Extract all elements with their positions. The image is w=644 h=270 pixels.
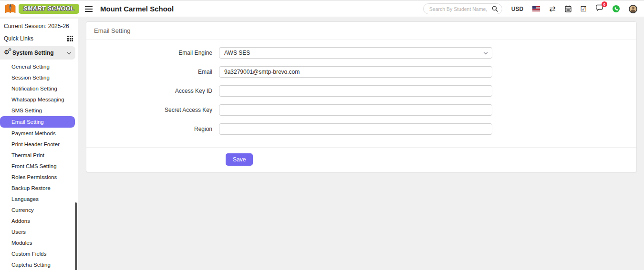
book-logo-icon [4, 3, 17, 15]
sidebar-item-print-header-footer[interactable]: Print Header Footer [0, 139, 78, 150]
sidebar-item-custom-fields[interactable]: Custom Fields [0, 249, 78, 259]
language-flag-icon[interactable] [532, 6, 540, 11]
save-button[interactable]: Save [226, 153, 253, 166]
sidebar: Current Session: 2025-26 Quick Links ⚙⚙ … [0, 19, 78, 270]
task-check-icon[interactable]: ☑ [581, 5, 587, 12]
current-session-label: Current Session: 2025-26 [0, 19, 78, 32]
sidebar-item-thermal-print[interactable]: Thermal Print [0, 150, 78, 160]
swap-arrows-icon[interactable]: ⇄ [549, 5, 555, 13]
student-search[interactable] [423, 3, 502, 14]
email-label: Email [94, 69, 219, 75]
sidebar-item-front-cms-setting[interactable]: Front CMS Setting [0, 161, 78, 171]
menu-title: System Setting [12, 50, 68, 56]
sidebar-item-session-setting[interactable]: Session Setting [0, 72, 78, 83]
grid-icon [67, 36, 73, 41]
brand-name: SMART SCHOOL [19, 4, 79, 14]
user-avatar[interactable] [629, 5, 637, 13]
sidebar-item-roles-permissions[interactable]: Roles Permissions [0, 172, 78, 182]
sidebar-item-users[interactable]: Users [0, 227, 78, 237]
email-setting-form: Email Engine AWS SES Email Access Key ID… [86, 40, 636, 147]
card-footer: Save [86, 147, 636, 172]
card-title: Email Setting [86, 22, 636, 40]
sidebar-scrollbar[interactable] [75, 202, 77, 270]
email-field[interactable] [219, 66, 492, 78]
secret-access-key-field[interactable] [219, 104, 492, 116]
currency-label[interactable]: USD [511, 6, 523, 12]
school-name-title: Mount Carmel School [100, 5, 174, 13]
email-engine-label: Email Engine [94, 50, 219, 56]
email-setting-card: Email Setting Email Engine AWS SES Email… [86, 21, 637, 172]
gears-icon: ⚙⚙ [4, 50, 12, 56]
form-row-secret-access-key: Secret Access Key [94, 104, 629, 116]
chat-badge: 0 [602, 1, 607, 7]
top-bar: SMART SCHOOL Mount Carmel School USD [0, 0, 644, 17]
form-row-email: Email [94, 66, 629, 78]
chat-bubble-icon[interactable]: 0 [596, 4, 603, 13]
sidebar-item-backup-restore[interactable]: Backup Restore [0, 183, 78, 193]
form-row-email-engine: Email Engine AWS SES [94, 47, 629, 59]
sidebar-item-notification-setting[interactable]: Notification Setting [0, 83, 78, 94]
search-icon[interactable] [492, 6, 498, 12]
whatsapp-icon[interactable] [613, 5, 620, 12]
sidebar-item-languages[interactable]: Languages [0, 194, 78, 204]
access-key-id-label: Access Key ID [94, 88, 219, 94]
sidebar-item-captcha-setting[interactable]: Captcha Setting [0, 260, 78, 270]
quick-links-label: Quick Links [4, 35, 33, 42]
access-key-id-field[interactable] [219, 85, 492, 97]
app-logo[interactable]: SMART SCHOOL [0, 1, 78, 17]
region-label: Region [94, 126, 219, 132]
form-row-region: Region [94, 123, 629, 135]
sidebar-item-addons[interactable]: Addons [0, 216, 78, 226]
sidebar-item-currency[interactable]: Currency [0, 205, 78, 215]
sidebar-item-sms-setting[interactable]: SMS Setting [0, 105, 78, 116]
sidebar-item-email-setting[interactable]: Email Setting [0, 116, 75, 128]
quick-links[interactable]: Quick Links [0, 32, 78, 45]
form-row-access-key-id: Access Key ID [94, 85, 629, 97]
calendar-icon[interactable] [565, 5, 571, 12]
sidebar-item-whatsapp-messaging[interactable]: Whatsapp Messaging [0, 94, 78, 105]
sidebar-menu-system-setting[interactable]: ⚙⚙ System Setting [0, 46, 75, 60]
email-engine-value: AWS SES [224, 50, 250, 56]
sidebar-item-payment-methods[interactable]: Payment Methods [0, 128, 78, 139]
region-field[interactable] [219, 123, 492, 135]
topbar-actions: USD ⇄ ☑ [423, 3, 644, 14]
hamburger-menu-icon[interactable] [85, 9, 93, 10]
sidebar-item-modules[interactable]: Modules [0, 238, 78, 248]
chevron-down-icon [67, 50, 71, 54]
sidebar-item-general-setting[interactable]: General Setting [0, 61, 78, 72]
system-setting-submenu: General Setting Session Setting Notifica… [0, 61, 78, 270]
search-input[interactable] [429, 6, 492, 12]
secret-access-key-label: Secret Access Key [94, 107, 219, 113]
main-content: Email Setting Email Engine AWS SES Email… [79, 19, 644, 270]
email-engine-select[interactable]: AWS SES [219, 47, 492, 59]
chevron-down-icon [484, 50, 488, 54]
